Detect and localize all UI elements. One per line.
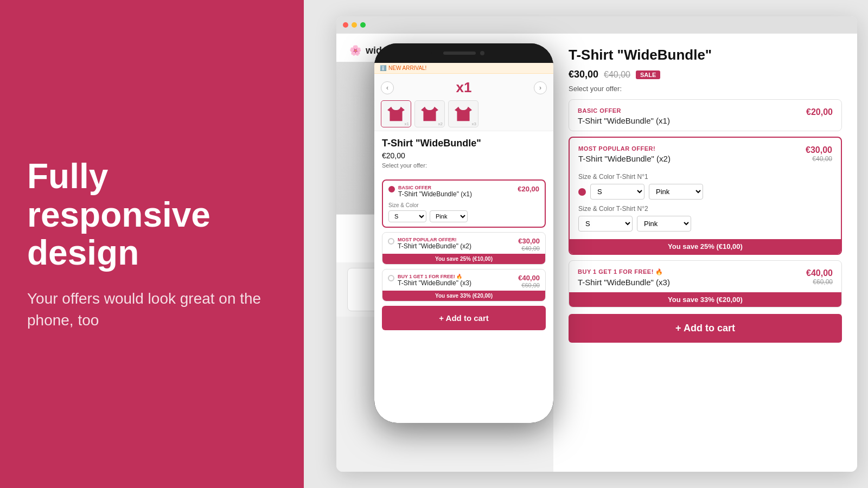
- phone-thumb-3[interactable]: x3: [448, 100, 478, 127]
- phone-offer-basic-header: BASIC OFFER T-Shirt "WideBundle" (x1) €2…: [383, 181, 545, 200]
- offer-basic-title: T-Shirt "WideBundle" (x1): [578, 114, 670, 125]
- phone-radio-popular: [388, 238, 394, 245]
- right-panel: 🌸 widebundle x1: [304, 0, 868, 488]
- phone-thumbnails: x1 x2 x3: [381, 100, 547, 127]
- offer-card-b1g1[interactable]: BUY 1 GET 1 FOR FREE! 🔥 T-Shirt "WideBun…: [569, 260, 842, 307]
- next-btn[interactable]: ›: [534, 81, 547, 94]
- desktop-product-title: T-Shirt "WideBundle": [569, 47, 842, 63]
- phone-product-info: T-Shirt "WideBundle" €20,00 Select your …: [374, 131, 553, 179]
- phone-add-to-cart-button[interactable]: + Add to cart: [382, 306, 546, 330]
- headline: Fully responsive design: [27, 157, 277, 272]
- phone-thumb-tshirt-3: [454, 105, 473, 123]
- phone-b1g1-title: T-Shirt "WideBundle" (x3): [398, 279, 471, 287]
- phone-color-select[interactable]: PinkWhite: [430, 210, 468, 222]
- size-color-label-1: Size & Color T-Shirt N°1: [578, 173, 832, 181]
- phone-radio-basic: [388, 186, 395, 192]
- browser-dot-green: [360, 22, 366, 28]
- desktop-price-new: €30,00: [569, 69, 598, 80]
- offer-b1g1-old-price: €60,00: [806, 278, 833, 286]
- color-select-1[interactable]: PinkWhiteBlack: [649, 184, 703, 200]
- phone-thumb-2[interactable]: x2: [414, 100, 445, 127]
- phone-notch: [431, 47, 496, 59]
- popular-savings-banner: You save 25% (€10,00): [570, 239, 841, 254]
- browser-dot-yellow: [352, 22, 357, 28]
- offer-popular-price: €30,00: [806, 145, 832, 155]
- sale-badge: SALE: [636, 70, 660, 79]
- offer-b1g1-price: €40,00: [806, 268, 833, 278]
- offer-card-basic[interactable]: BASIC OFFER T-Shirt "WideBundle" (x1) €2…: [569, 99, 842, 131]
- phone-screen-inner[interactable]: ℹ️ NEW ARRIVAL! ‹ x1 ›: [374, 63, 553, 423]
- phone-offer-popular-left: MOST POPULAR OFFER! T-Shirt "WideBundle"…: [388, 237, 471, 250]
- offer-popular-selects: Size & Color T-Shirt N°1 SML PinkWhiteBl…: [570, 169, 841, 239]
- phone-b1g1-price: €40,00: [518, 274, 540, 282]
- phone-offer-popular-header: MOST POPULAR OFFER! T-Shirt "WideBundle"…: [382, 233, 545, 254]
- size-select-1[interactable]: SML: [590, 184, 644, 200]
- phone-camera: [480, 51, 484, 55]
- phone-carousel-header: ‹ x1 ›: [381, 79, 547, 96]
- phone-b1g1-price-col: €40,00 €60,00: [518, 274, 540, 288]
- desktop-price-row: €30,00 €40,00 SALE: [569, 69, 842, 80]
- size-color-label-2: Size & Color T-Shirt N°2: [578, 205, 832, 213]
- browser-bar: [336, 16, 857, 34]
- phone-offer-popular-text: MOST POPULAR OFFER! T-Shirt "WideBundle"…: [398, 237, 471, 250]
- phone-new-arrival-banner: ℹ️ NEW ARRIVAL!: [374, 63, 553, 74]
- info-icon: ℹ️: [380, 65, 386, 71]
- offer-popular-price-col: €30,00 €40,00: [806, 145, 832, 163]
- phone-thumb-num-2: x2: [438, 121, 443, 126]
- phone-basic-title: T-Shirt "WideBundle" (x1): [398, 190, 472, 198]
- select-row-1: SML PinkWhiteBlack: [578, 184, 832, 200]
- offer-b1g1-info: BUY 1 GET 1 FOR FREE! 🔥 T-Shirt "WideBun…: [578, 268, 670, 287]
- phone-speaker: [443, 52, 476, 55]
- phone-size-select[interactable]: SML: [388, 210, 426, 222]
- phone-b1g1-savings: You save 33% (€20,00): [382, 291, 545, 301]
- phone-thumb-1[interactable]: x1: [381, 100, 411, 127]
- phone-popular-price: €30,00: [518, 237, 540, 245]
- desktop-price-old: €40,00: [604, 70, 630, 80]
- new-arrival-text: NEW ARRIVAL!: [388, 65, 426, 71]
- offer-basic-label: BASIC OFFER: [578, 107, 670, 114]
- phone-popular-savings: You save 25% (€10,00): [382, 254, 545, 264]
- phone-x1-badge: x1: [456, 79, 472, 96]
- phone-basic-price: €20,00: [518, 185, 539, 193]
- offer-popular-title: T-Shirt "WideBundle" (x2): [578, 152, 671, 163]
- phone-offer-basic[interactable]: BASIC OFFER T-Shirt "WideBundle" (x1) €2…: [382, 179, 546, 228]
- prev-btn[interactable]: ‹: [381, 81, 394, 94]
- offer-basic-price: €20,00: [806, 107, 833, 117]
- phone-notch-bar: [374, 43, 553, 63]
- phone-offer-b1g1[interactable]: BUY 1 GET 1 FOR FREE! 🔥 T-Shirt "WideBun…: [382, 269, 546, 301]
- phone-basic-label: BASIC OFFER: [398, 185, 472, 190]
- phone-screen: ℹ️ NEW ARRIVAL! ‹ x1 ›: [374, 63, 553, 423]
- offer-popular-old-price: €40,00: [806, 155, 832, 163]
- select-row-2: SML PinkWhiteBlack: [578, 216, 832, 232]
- phone-popular-old-price: €40,00: [518, 245, 540, 252]
- phone-basic-size-color: Size & Color SML PinkWhite: [383, 200, 545, 227]
- radio-selected: [578, 188, 586, 196]
- phone-offer-basic-text: BASIC OFFER T-Shirt "WideBundle" (x1): [398, 185, 472, 198]
- offer-card-popular[interactable]: MOST POPULAR OFFER! T-Shirt "WideBundle"…: [569, 137, 842, 255]
- phone-product-price: €20,00: [382, 151, 546, 160]
- browser-dot-red: [343, 22, 348, 28]
- desktop-product-info: T-Shirt "WideBundle" €30,00 €40,00 SALE …: [553, 34, 857, 472]
- phone-offer-popular[interactable]: MOST POPULAR OFFER! T-Shirt "WideBundle"…: [382, 232, 546, 265]
- select-offer-label: Select your offer:: [569, 85, 842, 93]
- phone-b1g1-old-price: €60,00: [518, 282, 540, 288]
- b1g1-savings-banner: You save 33% (€20,00): [569, 292, 841, 307]
- phone-popular-title: T-Shirt "WideBundle" (x2): [398, 242, 471, 250]
- offer-popular-label: MOST POPULAR OFFER!: [578, 145, 671, 152]
- offer-popular-header: MOST POPULAR OFFER! T-Shirt "WideBundle"…: [570, 138, 841, 169]
- subtext: Your offers would look great on the phon…: [27, 288, 277, 330]
- phone-offer-basic-left: BASIC OFFER T-Shirt "WideBundle" (x1): [388, 185, 472, 198]
- offer-b1g1-price-col: €40,00 €60,00: [806, 268, 833, 286]
- size-select-2[interactable]: SML: [578, 216, 633, 232]
- size-color-row-2: Size & Color T-Shirt N°2 SML PinkWhiteBl…: [578, 205, 832, 232]
- phone-thumb-tshirt-1: [386, 105, 406, 123]
- phone-thumb-tshirt-2: [420, 105, 439, 123]
- color-select-2[interactable]: PinkWhiteBlack: [637, 216, 691, 232]
- phone-select-row: SML PinkWhite: [388, 210, 539, 222]
- offer-basic-info: BASIC OFFER T-Shirt "WideBundle" (x1): [578, 107, 670, 125]
- offer-b1g1-title: T-Shirt "WideBundle" (x3): [578, 275, 670, 287]
- phone-sc-label: Size & Color: [388, 202, 539, 208]
- phone-popular-price-col: €30,00 €40,00: [518, 237, 540, 252]
- add-to-cart-button-desktop[interactable]: + Add to cart: [569, 314, 842, 343]
- offer-b1g1-label: BUY 1 GET 1 FOR FREE! 🔥: [578, 268, 670, 275]
